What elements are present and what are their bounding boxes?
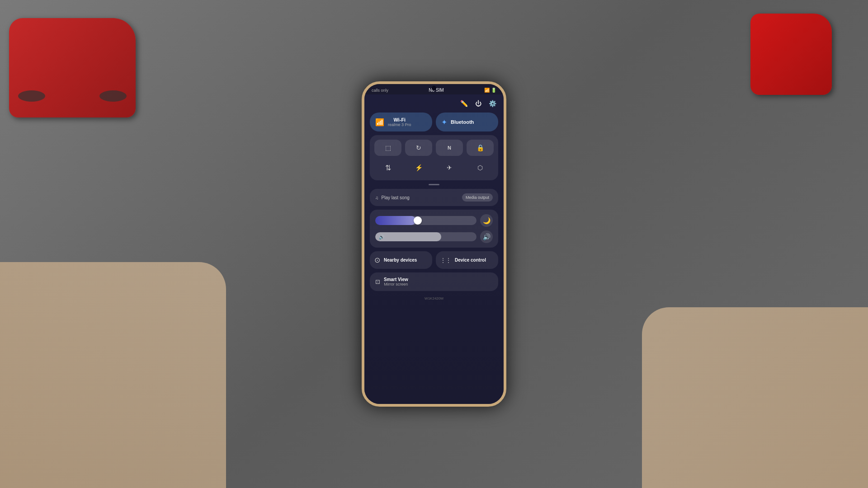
bluetooth-icon: ✦ (441, 118, 447, 127)
nearby-devices-icon: ⊙ (374, 256, 380, 264)
brightness-thumb[interactable] (414, 216, 422, 225)
bottom-bar: W1K2420M (370, 295, 498, 302)
night-mode-button[interactable]: 🌙 (480, 214, 493, 227)
brightness-track[interactable] (375, 216, 476, 225)
device-control-label: Device control (455, 258, 486, 263)
wifi-toggle[interactable]: 📶 Wi-Fi realme 3 Pro (370, 113, 432, 131)
bluetooth-text: Bluetooth (451, 119, 474, 125)
media-label: Play last song (382, 195, 410, 200)
music-icon: ♫ (375, 195, 379, 200)
sliders-section: 🌙 🔊 🔊 (370, 210, 498, 248)
volume-icon-inline: 🔊 (379, 235, 384, 239)
scroll-dot (429, 184, 439, 185)
screenlock-toggle[interactable]: 🔒 (467, 140, 494, 156)
flashlight-toggle[interactable]: ⚡ (405, 160, 432, 176)
batterysaver-toggle[interactable]: ⬡ (467, 160, 494, 176)
toy-scooter (750, 14, 832, 95)
settings-icon[interactable]: ⚙️ (489, 100, 496, 107)
icon-grid: ⬚ ↻ N 🔒 ⇅ ⚡ ✈ ⬡ (370, 135, 498, 180)
power-icon[interactable]: ⏻ (475, 100, 481, 107)
left-hand (0, 262, 226, 488)
camera-notch (432, 86, 436, 90)
battery-icon: 🔋 (491, 88, 496, 93)
main-toggles: 📶 Wi-Fi realme 3 Pro ✦ Bluetooth (370, 113, 498, 131)
screenshot-toggle[interactable]: ⬚ (374, 140, 401, 156)
toolbar-icons: ✏️ ⏻ ⚙️ (370, 98, 498, 109)
smart-view-icon: ⊡ (375, 278, 380, 285)
bluetooth-toggle[interactable]: ✦ Bluetooth (436, 113, 498, 131)
smart-view-sub: Mirror screen (384, 282, 408, 286)
car-wheel-left (18, 90, 45, 102)
media-output-button[interactable]: Media output (462, 193, 493, 202)
device-control-icon: ⋮⋮ (440, 257, 451, 263)
status-icons: 📶 🔋 (484, 88, 496, 93)
no-sim-label: No SIM (429, 88, 443, 93)
toy-car-left (9, 18, 136, 117)
edit-icon[interactable]: ✏️ (460, 100, 468, 107)
smart-view-label: Smart View (384, 277, 408, 282)
smart-view-text: Smart View Mirror screen (384, 277, 408, 286)
car-wheel-right (99, 90, 127, 102)
device-control-button[interactable]: ⋮⋮ Device control (436, 251, 498, 269)
signal-icon: 📶 (484, 88, 490, 93)
nearby-devices-label: Nearby devices (384, 258, 417, 263)
wifi-text: Wi-Fi realme 3 Pro (388, 117, 411, 127)
right-hand (642, 307, 868, 488)
airplane-toggle[interactable]: ✈ (436, 160, 463, 176)
bottom-buttons: ⊙ Nearby devices ⋮⋮ Device control (370, 251, 498, 269)
rotation-toggle[interactable]: ↻ (405, 140, 432, 156)
brightness-row: 🌙 (375, 214, 493, 227)
volume-track[interactable]: 🔊 (375, 232, 476, 241)
bluetooth-label: Bluetooth (451, 119, 474, 125)
volume-button[interactable]: 🔊 (480, 230, 493, 243)
datasync-toggle[interactable]: ⇅ (374, 160, 401, 176)
media-section[interactable]: ♫ Play last song Media output (370, 189, 498, 206)
phone: calls only No SIM 📶 🔋 ✏️ ⏻ ⚙️ 📶 Wi-Fi (362, 81, 506, 407)
quick-settings-panel: ✏️ ⏻ ⚙️ 📶 Wi-Fi realme 3 Pro ✦ Bluetooth (364, 94, 504, 404)
wifi-icon: 📶 (375, 118, 384, 127)
calls-only-label: calls only (372, 88, 388, 93)
nearby-devices-button[interactable]: ⊙ Nearby devices (370, 251, 432, 269)
smart-view-button[interactable]: ⊡ Smart View Mirror screen (370, 272, 498, 291)
wifi-sub: realme 3 Pro (388, 122, 411, 127)
volume-row: 🔊 🔊 (375, 230, 493, 243)
nfc-toggle[interactable]: N (436, 140, 463, 156)
phone-wrapper: calls only No SIM 📶 🔋 ✏️ ⏻ ⚙️ 📶 Wi-Fi (362, 81, 506, 407)
volume-fill (375, 232, 441, 241)
wifi-label: Wi-Fi (388, 117, 411, 122)
brightness-fill (375, 216, 416, 225)
scroll-indicator (370, 184, 498, 185)
media-info: ♫ Play last song (375, 195, 410, 200)
